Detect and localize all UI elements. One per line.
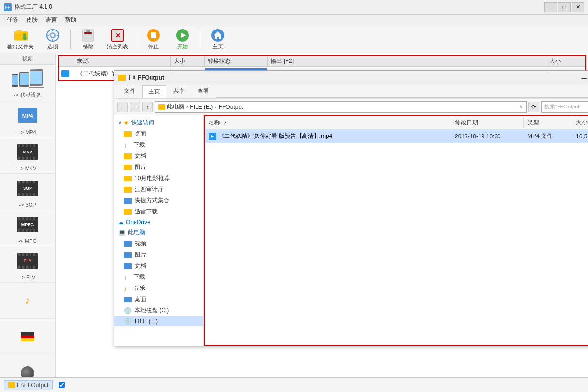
search-placeholder: 搜索"FFOutput" [544, 103, 581, 110]
tree-oct-movies[interactable]: 10月电影推荐 [114, 173, 203, 184]
thunder-folder-icon [124, 209, 132, 215]
pictures-label: 图片 [135, 163, 146, 171]
clearlist-icon: ✕ [111, 29, 124, 42]
format-mpg[interactable]: MPEG -> MPG [0, 210, 55, 246]
home-button[interactable]: 主页 [204, 28, 231, 51]
address-dropdown[interactable]: ∨ [519, 104, 523, 110]
nav-back-button[interactable]: ← [117, 102, 128, 112]
menu-skin[interactable]: 皮肤 [22, 15, 42, 25]
menu-language[interactable]: 语言 [42, 15, 61, 25]
status-folder-icon [8, 382, 15, 388]
format-audio-record[interactable] [0, 355, 55, 377]
file-explorer-window: | ⬆ FFOutput — □ ✕ 文件 主页 共享 查看 [114, 70, 588, 346]
add-folder-label: 输出文件夹 [7, 43, 34, 50]
format-flv[interactable]: FLV -> FLV [0, 246, 55, 283]
file-row[interactable]: ▶ 《二代妖精》'妖你好看'版预告【高清】.mp4 2017-10-19 10:… [205, 130, 588, 143]
address-folder-icon [158, 104, 165, 110]
tree-videos[interactable]: 视频 [114, 238, 203, 249]
clearlist-button[interactable]: ✕ 清空列表 [104, 28, 132, 51]
onedrive-icon: ☁ [118, 219, 124, 226]
menu-task[interactable]: 任务 [3, 15, 22, 25]
tree-docs[interactable]: 文档 [114, 151, 203, 162]
thispc-header[interactable]: 💻 此电脑 [114, 227, 203, 238]
tree-music[interactable]: ♪ 音乐 [114, 283, 203, 294]
svg-rect-24 [12, 75, 18, 85]
format-audio-note[interactable]: ♪ [0, 283, 55, 319]
downloads-label: 下载 [134, 141, 145, 149]
start-button[interactable]: 开始 [169, 28, 196, 51]
header-source: 来源 [74, 56, 171, 66]
ribbon-tab-home[interactable]: 主页 [142, 85, 166, 98]
tree-docs-pc[interactable]: 文档 [114, 260, 203, 271]
tree-desktop-pc[interactable]: 桌面 [114, 294, 203, 305]
tree-drive-e[interactable]: 💿 FILE (E:) [114, 316, 203, 326]
options-button[interactable]: 选项 [39, 28, 66, 51]
file-type-icon [61, 70, 69, 77]
menu-help[interactable]: 帮助 [61, 15, 80, 25]
onedrive-header[interactable]: ☁ OneDrive [114, 217, 203, 227]
de-flag-icon [10, 324, 45, 350]
desktop-label: 桌面 [135, 130, 146, 138]
address-bar[interactable]: 此电脑 › FILE (E:) › FFOutput ∨ [155, 101, 527, 113]
mpg-icon: MPEG [10, 212, 45, 237]
ribbon-tab-share[interactable]: 共享 [167, 85, 191, 98]
col-modified[interactable]: 修改日期 [451, 118, 524, 128]
flv-label: -> FLV [20, 274, 36, 280]
nav-forward-button[interactable]: → [130, 102, 140, 112]
col-type[interactable]: 类型 [524, 118, 572, 128]
tree-drive-c[interactable]: 💿 本地磁盘 (C:) [114, 305, 203, 316]
refresh-button[interactable]: ⟳ [528, 102, 539, 112]
close-button[interactable]: ✕ [572, 2, 584, 12]
tree-shortcuts[interactable]: 快捷方式集合 [114, 195, 203, 206]
status-checkbox[interactable] [59, 382, 65, 388]
col-size[interactable]: 大小 [572, 118, 588, 128]
svg-rect-12 [84, 32, 92, 34]
remove-button[interactable]: 移除 [75, 28, 102, 51]
file-content-area: 名称 ∧ 修改日期 类型 大小 ▶ 《二代妖精》'妖你好看'版预告【高清】.mp… [204, 115, 588, 346]
svg-rect-26 [20, 73, 29, 85]
file-name-cell: ▶ 《二代妖精》'妖你好看'版预告【高清】.mp4 [205, 131, 451, 142]
stop-button[interactable]: 停止 [140, 28, 167, 51]
svg-rect-13 [86, 30, 90, 32]
add-folder-button[interactable]: 输出文件夹 [4, 28, 37, 51]
title-controls: — □ ✕ [544, 2, 584, 12]
tree-downloads[interactable]: ↓ 下载 [114, 139, 203, 151]
tree-desktop[interactable]: 桌面 [114, 128, 203, 139]
ribbon-tab-view[interactable]: 查看 [192, 85, 215, 98]
clearlist-label: 清空列表 [107, 43, 128, 50]
3gp-label: -> 3GP [19, 202, 36, 208]
format-mkv[interactable]: MKV -> MKV [0, 137, 55, 174]
header-size: 大小 [171, 56, 205, 66]
quick-access-label: 快速访问 [131, 119, 154, 127]
mkv-label: -> MKV [19, 166, 37, 171]
format-mobile[interactable]: -> 移动设备 [0, 65, 55, 101]
col-name[interactable]: 名称 ∧ [205, 118, 451, 128]
explorer-minimize-button[interactable]: — [578, 73, 588, 83]
status-folder-item: E:\FFOutput [4, 380, 53, 390]
format-3gp[interactable]: 3GP -> 3GP [0, 174, 55, 210]
drive-c-label: 本地磁盘 (C:) [135, 306, 169, 315]
tree-thunder[interactable]: 迅雷下载 [114, 206, 203, 217]
explorer-nav-bar: ← → ↑ 此电脑 › FILE (E:) › FFOutput ∨ ⟳ 搜索 [114, 99, 588, 115]
format-mp4[interactable]: MP4 -> MP4 [0, 101, 55, 137]
svg-rect-18 [151, 32, 156, 38]
tree-pictures[interactable]: 图片 [114, 162, 203, 173]
tree-jiangxi[interactable]: 江西审计厅 [114, 184, 203, 195]
tree-downloads-pc[interactable]: ↓ 下载 [114, 271, 203, 283]
quick-access-header[interactable]: ∧ ★ 快速访问 [114, 117, 203, 128]
flv-icon: FLV [10, 248, 45, 273]
content-area: 来源 大小 转换状态 输出 [F2] 大小 《二代妖精》'妖你好看'版... 7… [56, 53, 588, 377]
options-icon [46, 29, 60, 42]
nav-up-button[interactable]: ↑ [142, 102, 153, 112]
pictures-pc-folder-icon [124, 252, 132, 258]
svg-rect-14 [84, 35, 92, 39]
ribbon-tab-file[interactable]: 文件 [118, 85, 141, 98]
format-audio-de[interactable] [0, 319, 55, 355]
maximize-button[interactable]: □ [558, 2, 571, 12]
search-box[interactable]: 搜索"FFOutput" 🔍 [541, 101, 588, 113]
explorer-folder-icon [118, 75, 126, 81]
oct-folder-icon [124, 176, 132, 181]
minimize-button[interactable]: — [544, 2, 557, 12]
tree-pictures-pc[interactable]: 图片 [114, 249, 203, 260]
explorer-left-panel: ∧ ★ 快速访问 桌面 ↓ 下载 文档 [114, 115, 204, 346]
